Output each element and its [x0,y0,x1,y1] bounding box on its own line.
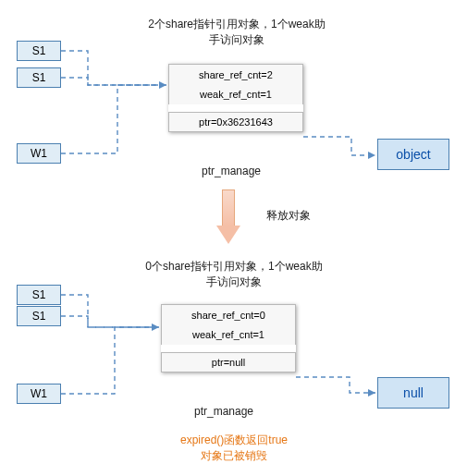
label: object [396,147,430,162]
footer-note: expired()函数返回true 对象已被销毁 [141,433,326,464]
bottom-manager-label: ptr_manage [194,405,253,418]
bottom-title: 0个share指针引用对象，1个weak助 手访问对象 [141,259,326,290]
label: null [403,385,424,400]
top-ptr: ptr=0x36231643 [168,112,303,132]
label: S1 [32,288,46,301]
bottom-ptr: ptr=null [161,352,296,372]
top-weak-cnt: weak_ref_cnt=1 [168,84,303,104]
top-s1a-box: S1 [17,41,61,61]
bottom-object-box: null [377,377,449,409]
label: W1 [31,387,47,400]
label: S1 [32,310,46,323]
top-s1b-box: S1 [17,67,61,88]
top-title: 2个share指针引用对象，1个weak助 手访问对象 [144,17,329,48]
label: S1 [32,44,46,57]
bottom-s1a-box: S1 [17,285,61,305]
bottom-weak-cnt: weak_ref_cnt=1 [161,324,296,345]
label: S1 [32,71,46,84]
arrow-label: 释放对象 [266,208,311,224]
down-arrow-icon [216,189,240,245]
label: W1 [31,147,47,160]
bottom-s1b-box: S1 [17,306,61,326]
top-ptr-manage-box: share_ref_cnt=2 weak_ref_cnt=1 ptr=0x362… [168,64,303,132]
top-share-cnt: share_ref_cnt=2 [168,64,303,84]
bottom-share-cnt: share_ref_cnt=0 [161,304,296,324]
top-manager-label: ptr_manage [202,165,261,177]
bottom-ptr-manage-box: share_ref_cnt=0 weak_ref_cnt=1 ptr=null [161,304,296,372]
top-object-box: object [377,139,449,170]
top-w1-box: W1 [17,143,61,164]
bottom-w1-box: W1 [17,384,61,404]
